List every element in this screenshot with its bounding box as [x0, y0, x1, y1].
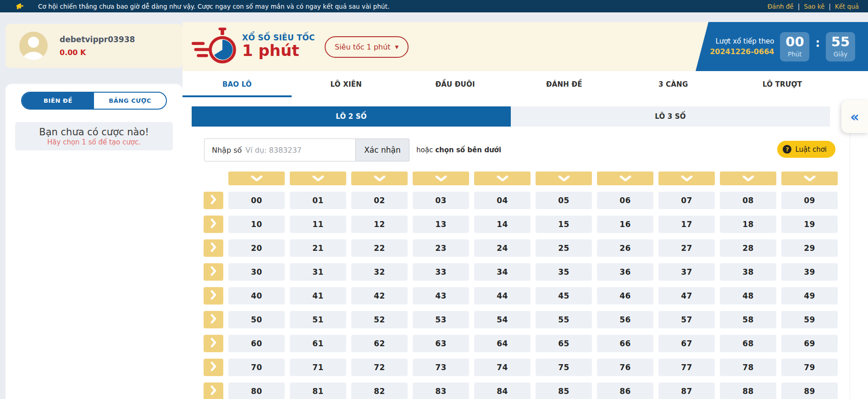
- number-cell[interactable]: 70: [228, 359, 285, 376]
- number-cell[interactable]: 78: [720, 359, 776, 376]
- topbar-link-1[interactable]: Sao kê: [804, 3, 824, 10]
- number-cell[interactable]: 83: [413, 382, 469, 399]
- number-cell[interactable]: 16: [597, 216, 653, 233]
- column-select-button[interactable]: [228, 172, 285, 185]
- number-cell[interactable]: 53: [413, 311, 469, 328]
- number-cell[interactable]: 13: [413, 216, 469, 233]
- number-cell[interactable]: 33: [413, 263, 469, 281]
- row-select-button[interactable]: [204, 263, 223, 281]
- number-cell[interactable]: 10: [228, 216, 285, 233]
- row-select-button[interactable]: [204, 359, 223, 376]
- number-cell[interactable]: 43: [413, 287, 469, 305]
- number-cell[interactable]: 31: [290, 263, 346, 281]
- row-select-button[interactable]: [204, 216, 223, 233]
- number-cell[interactable]: 62: [351, 335, 408, 352]
- number-cell[interactable]: 25: [536, 239, 592, 257]
- number-cell[interactable]: 21: [290, 239, 346, 257]
- number-cell[interactable]: 30: [228, 263, 285, 281]
- number-cell[interactable]: 88: [720, 382, 776, 399]
- number-cell[interactable]: 61: [290, 335, 346, 352]
- number-cell[interactable]: 27: [658, 239, 715, 257]
- number-cell[interactable]: 81: [290, 382, 346, 399]
- bet-tab-5[interactable]: LÔ TRƯỢT: [728, 71, 837, 97]
- number-cell[interactable]: 24: [474, 239, 531, 257]
- number-cell[interactable]: 15: [536, 216, 592, 233]
- number-cell[interactable]: 47: [658, 287, 715, 305]
- number-cell[interactable]: 37: [658, 263, 715, 281]
- number-cell[interactable]: 71: [290, 359, 346, 376]
- number-cell[interactable]: 84: [474, 382, 531, 399]
- number-cell[interactable]: 49: [781, 287, 838, 305]
- side-tab-0[interactable]: BIÊN ĐỀ: [22, 93, 94, 109]
- number-cell[interactable]: 00: [228, 192, 285, 209]
- number-cell[interactable]: 65: [536, 335, 592, 352]
- row-select-button[interactable]: [204, 311, 223, 328]
- number-cell[interactable]: 17: [658, 216, 715, 233]
- column-select-button[interactable]: [597, 172, 653, 185]
- sub-tab-1[interactable]: LÔ 3 SỐ: [511, 106, 830, 127]
- column-select-button[interactable]: [658, 172, 715, 185]
- number-cell[interactable]: 48: [720, 287, 776, 305]
- number-cell[interactable]: 82: [351, 382, 408, 399]
- number-cell[interactable]: 11: [290, 216, 346, 233]
- number-cell[interactable]: 74: [474, 359, 531, 376]
- number-cell[interactable]: 77: [658, 359, 715, 376]
- number-cell[interactable]: 86: [597, 382, 653, 399]
- number-cell[interactable]: 66: [597, 335, 653, 352]
- collapse-panel-button[interactable]: «: [841, 100, 868, 133]
- column-select-button[interactable]: [474, 172, 531, 185]
- number-cell[interactable]: 38: [720, 263, 776, 281]
- bet-tab-4[interactable]: 3 CÀNG: [619, 71, 728, 97]
- confirm-button[interactable]: Xác nhận: [356, 139, 409, 161]
- row-select-button[interactable]: [204, 382, 223, 399]
- number-cell[interactable]: 07: [658, 192, 715, 209]
- number-cell[interactable]: 05: [536, 192, 592, 209]
- side-tab-1[interactable]: BẢNG CƯỢC: [94, 93, 166, 109]
- number-cell[interactable]: 39: [781, 263, 838, 281]
- column-select-button[interactable]: [720, 172, 776, 185]
- row-select-button[interactable]: [204, 335, 223, 352]
- number-cell[interactable]: 45: [536, 287, 592, 305]
- row-select-button[interactable]: [204, 239, 223, 257]
- number-cell[interactable]: 63: [413, 335, 469, 352]
- number-cell[interactable]: 02: [351, 192, 408, 209]
- number-cell[interactable]: 58: [720, 311, 776, 328]
- number-cell[interactable]: 20: [228, 239, 285, 257]
- number-cell[interactable]: 08: [720, 192, 776, 209]
- number-cell[interactable]: 76: [597, 359, 653, 376]
- number-cell[interactable]: 26: [597, 239, 653, 257]
- number-cell[interactable]: 09: [781, 192, 838, 209]
- number-cell[interactable]: 19: [781, 216, 838, 233]
- number-cell[interactable]: 60: [228, 335, 285, 352]
- row-select-button[interactable]: [204, 192, 223, 209]
- bet-tab-2[interactable]: ĐẦU ĐUÔI: [401, 71, 510, 97]
- number-cell[interactable]: 51: [290, 311, 346, 328]
- number-cell[interactable]: 80: [228, 382, 285, 399]
- sub-tab-0[interactable]: LÔ 2 SỐ: [192, 106, 511, 127]
- rules-button[interactable]: ? Luật chơi: [777, 141, 835, 158]
- number-cell[interactable]: 67: [658, 335, 715, 352]
- number-cell[interactable]: 59: [781, 311, 838, 328]
- lottery-selector-dropdown[interactable]: Siêu tốc 1 phút ▼: [325, 36, 409, 58]
- number-cell[interactable]: 50: [228, 311, 285, 328]
- number-cell[interactable]: 55: [536, 311, 592, 328]
- number-cell[interactable]: 89: [781, 382, 838, 399]
- number-cell[interactable]: 44: [474, 287, 531, 305]
- number-cell[interactable]: 72: [351, 359, 408, 376]
- number-cell[interactable]: 40: [228, 287, 285, 305]
- number-cell[interactable]: 57: [658, 311, 715, 328]
- number-cell[interactable]: 28: [720, 239, 776, 257]
- number-input[interactable]: Nhập số Ví dụ: 8383237: [204, 139, 356, 161]
- bet-tab-0[interactable]: BAO LÔ: [182, 71, 292, 97]
- number-cell[interactable]: 12: [351, 216, 408, 233]
- number-cell[interactable]: 36: [597, 263, 653, 281]
- bet-tab-1[interactable]: LÔ XIÊN: [292, 71, 401, 97]
- number-cell[interactable]: 46: [597, 287, 653, 305]
- number-cell[interactable]: 22: [351, 239, 408, 257]
- column-select-button[interactable]: [536, 172, 592, 185]
- number-cell[interactable]: 79: [781, 359, 838, 376]
- column-select-button[interactable]: [351, 172, 408, 185]
- number-cell[interactable]: 35: [536, 263, 592, 281]
- number-cell[interactable]: 56: [597, 311, 653, 328]
- number-cell[interactable]: 01: [290, 192, 346, 209]
